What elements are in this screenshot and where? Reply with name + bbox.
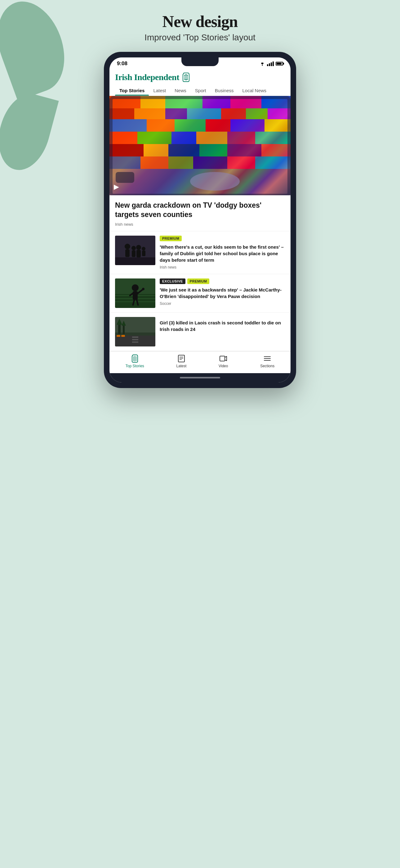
hero-article-title: New garda crackdown on TV 'dodgy boxes' …: [115, 201, 285, 219]
bottom-nav-latest[interactable]: Latest: [176, 354, 187, 368]
bottom-nav-label-sections: Sections: [260, 364, 274, 368]
article-category-2: Soccer: [160, 302, 285, 306]
article-title-2: 'We just see it as a backwards step' – J…: [160, 286, 285, 300]
article-thumb-3: [115, 317, 155, 346]
hero-article-category: Irish news: [115, 222, 285, 227]
svg-point-60: [142, 288, 144, 290]
svg-rect-16: [174, 119, 206, 132]
svg-point-49: [142, 247, 145, 251]
svg-rect-36: [227, 156, 255, 169]
badge-premium: PREMIUM: [160, 236, 182, 241]
main-content: New garda crackdown on TV 'dodgy boxes' …: [109, 195, 291, 351]
bg-leaf-right: [0, 88, 59, 176]
svg-rect-46: [132, 250, 135, 257]
svg-rect-11: [221, 108, 246, 119]
status-bar: 9:08: [109, 57, 291, 69]
tab-latest[interactable]: Latest: [149, 85, 170, 96]
tab-local-news[interactable]: Local News: [238, 85, 271, 96]
svg-point-43: [125, 244, 130, 249]
play-icon: ▶: [114, 183, 119, 191]
svg-rect-28: [168, 144, 199, 156]
svg-rect-37: [255, 156, 291, 169]
svg-rect-35: [193, 156, 227, 169]
app-header: Irish Independent Top Stories Latest New…: [109, 69, 291, 96]
page-header: New design Improved 'Top Stories' layout: [144, 12, 256, 42]
tab-top-stories[interactable]: Top Stories: [115, 85, 149, 96]
svg-point-57: [132, 284, 139, 291]
tab-sport[interactable]: Sport: [191, 85, 210, 96]
family-svg: [115, 236, 155, 265]
article-title-1: 'When there's a cut, our kids seem to be…: [160, 244, 285, 263]
svg-rect-74: [116, 335, 120, 337]
bottom-nav-label-latest: Latest: [176, 364, 187, 368]
tab-news[interactable]: News: [170, 85, 191, 96]
svg-rect-12: [246, 108, 268, 119]
bottom-nav-sections[interactable]: Sections: [260, 354, 274, 368]
hero-article[interactable]: New garda crackdown on TV 'dodgy boxes' …: [109, 195, 291, 231]
svg-rect-71: [132, 337, 138, 338]
article-nav-icon: [177, 354, 186, 363]
bottom-nav: Top Stories Latest Video: [109, 351, 291, 373]
harp-nav-icon: [131, 354, 139, 363]
bg-leaf-left: [0, 0, 76, 101]
svg-rect-30: [227, 144, 261, 156]
svg-rect-68: [123, 325, 125, 334]
svg-point-40: [190, 172, 240, 191]
battery-fill: [276, 63, 281, 65]
nav-tabs: Top Stories Latest News Sport Business L…: [115, 85, 285, 96]
svg-rect-19: [265, 119, 291, 132]
article-badges-2: EXCLUSIVE PREMIUM: [160, 278, 285, 284]
wifi-icon: [260, 61, 265, 66]
svg-rect-7: [109, 108, 134, 119]
svg-rect-33: [140, 156, 168, 169]
status-icons: [260, 61, 283, 66]
svg-rect-15: [147, 119, 174, 132]
svg-rect-34: [168, 156, 193, 169]
svg-rect-79: [178, 355, 185, 362]
bottom-nav-video[interactable]: Video: [219, 354, 228, 368]
badge-premium-2: PREMIUM: [187, 278, 209, 284]
status-time: 9:08: [117, 61, 128, 67]
bottom-nav-top-stories[interactable]: Top Stories: [126, 354, 144, 368]
page-title: New design: [144, 12, 256, 31]
svg-rect-75: [121, 335, 125, 337]
svg-rect-10: [187, 108, 221, 119]
svg-rect-14: [109, 119, 147, 132]
logo-icon: [182, 72, 190, 82]
svg-rect-18: [230, 119, 265, 132]
svg-rect-44: [125, 249, 130, 257]
svg-point-47: [136, 245, 141, 250]
page-subtitle: Improved 'Top Stories' layout: [144, 33, 256, 42]
svg-rect-58: [133, 291, 138, 300]
battery-icon: [276, 62, 283, 65]
svg-rect-17: [206, 119, 230, 132]
hero-image-bg: [109, 96, 291, 195]
svg-rect-31: [261, 144, 291, 156]
article-item-2[interactable]: EXCLUSIVE PREMIUM 'We just see it as a b…: [109, 274, 291, 313]
svg-rect-32: [109, 156, 140, 169]
video-nav-icon: [219, 354, 227, 363]
svg-rect-25: [255, 132, 291, 144]
hero-image: ▶: [109, 96, 291, 195]
svg-rect-22: [171, 132, 196, 144]
svg-rect-20: [109, 132, 137, 144]
svg-rect-73: [132, 341, 138, 343]
tab-business[interactable]: Business: [210, 85, 238, 96]
svg-point-45: [131, 246, 136, 250]
logo-text: Irish Independent: [115, 72, 179, 82]
svg-rect-24: [227, 132, 255, 144]
home-indicator: [109, 373, 291, 382]
app-logo: Irish Independent: [115, 72, 285, 82]
article-item[interactable]: PREMIUM 'When there's a cut, our kids se…: [109, 231, 291, 274]
article-thumb-1: [115, 236, 155, 265]
article-category-1: Irish news: [160, 265, 285, 270]
svg-rect-9: [165, 108, 187, 119]
road-svg: [115, 317, 155, 346]
svg-rect-8: [134, 108, 165, 119]
thumb-road: [115, 317, 155, 346]
svg-rect-13: [268, 108, 291, 119]
article-item-3[interactable]: Girl (3) killed in Laois crash is second…: [109, 313, 291, 351]
badge-exclusive: EXCLUSIVE: [160, 278, 186, 284]
menu-nav-icon: [263, 354, 271, 363]
svg-rect-29: [199, 144, 227, 156]
